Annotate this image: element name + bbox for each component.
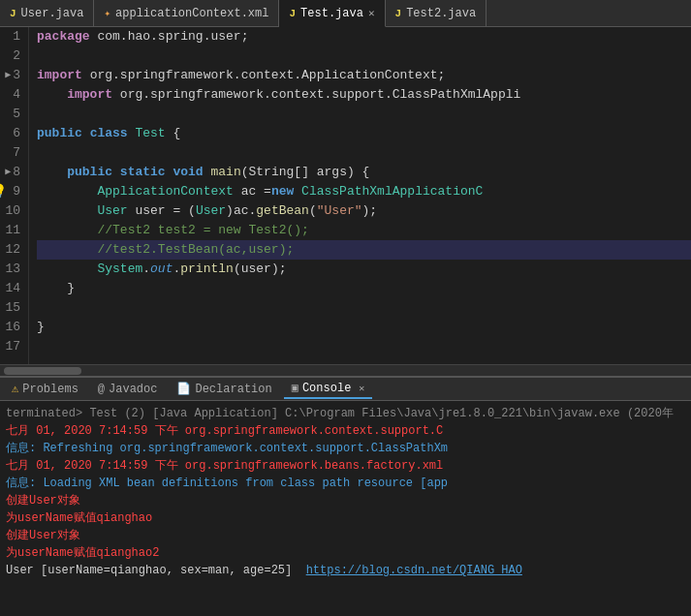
console-close-icon[interactable]: ✕ — [359, 383, 364, 394]
bottom-tabs: ⚠ Problems @ Javadoc 📄 Declaration ▣ Con… — [0, 378, 691, 401]
code-line-14: } — [37, 279, 691, 298]
code-line-5 — [37, 105, 691, 124]
problems-label: Problems — [22, 383, 79, 396]
console-line-7: 创建User对象 — [6, 527, 685, 544]
console-line-9: User [userName=qianghao, sex=man, age=25… — [6, 562, 685, 579]
code-editor: 1 2 ▶3 4 5 6 7 ▶8 💡 9 10 11 12 13 14 15 … — [0, 27, 691, 376]
console-text-3: 七月 01, 2020 7:14:59 下午 org.springframewo… — [6, 459, 443, 473]
tab-test2-java[interactable]: J Test2.java — [386, 0, 487, 26]
console-text-7: 创建User对象 — [6, 529, 80, 542]
line-num-8: ▶8 — [4, 163, 20, 182]
tab-test-java[interactable]: J Test.java ✕ — [279, 0, 385, 27]
h-scrollbar-thumb[interactable] — [4, 367, 81, 375]
line-num-12: 12 — [4, 240, 20, 260]
code-line-4: import org.springframework.context.suppo… — [37, 85, 691, 105]
code-line-7 — [37, 143, 691, 163]
h-scrollbar[interactable] — [0, 364, 691, 376]
code-line-17 — [37, 337, 691, 356]
console-text-2: 信息: Refreshing org.springframework.conte… — [6, 442, 448, 455]
console-line-2: 信息: Refreshing org.springframework.conte… — [6, 440, 685, 457]
console-terminated-line: terminated> Test (2) [Java Application] … — [6, 405, 685, 422]
console-text-9: User [userName=qianghao, sex=man, age=25… — [6, 564, 292, 577]
console-line-6: 为userName赋值qianghao — [6, 509, 685, 527]
line-num-6: 6 — [4, 124, 20, 143]
tab-bar: J User.java ✦ applicationContext.xml J T… — [0, 0, 691, 27]
java-icon-test2: J — [395, 8, 402, 19]
tab-declaration[interactable]: 📄 Declaration — [169, 380, 279, 398]
line-num-17: 17 — [4, 337, 20, 356]
line-num-14: 14 — [4, 279, 20, 298]
line-num-1: 1 — [4, 27, 20, 46]
tab-label-appctx: applicationContext.xml — [115, 7, 268, 20]
java-icon-test: J — [289, 8, 296, 19]
line-num-5: 5 — [4, 105, 20, 124]
line-numbers: 1 2 ▶3 4 5 6 7 ▶8 💡 9 10 11 12 13 14 15 … — [0, 27, 29, 364]
line-num-2: 2 — [4, 46, 20, 66]
xml-icon: ✦ — [104, 7, 110, 19]
app-container: J User.java ✦ applicationContext.xml J T… — [0, 0, 691, 616]
tab-user-java[interactable]: J User.java — [0, 0, 94, 26]
code-line-6: public class Test { — [37, 124, 691, 143]
console-text-5: 创建User对象 — [6, 494, 80, 508]
code-content[interactable]: package com.hao.spring.user; import org.… — [29, 27, 691, 364]
code-line-8: public static void main(String[] args) { — [37, 163, 691, 182]
code-line-1: package com.hao.spring.user; — [37, 27, 691, 46]
line-num-16: 16 — [4, 318, 20, 337]
problems-icon: ⚠ — [12, 382, 18, 396]
bottom-panel: ⚠ Problems @ Javadoc 📄 Declaration ▣ Con… — [0, 376, 691, 616]
declaration-icon: 📄 — [176, 382, 191, 396]
console-text-1: 七月 01, 2020 7:14:59 下午 org.springframewo… — [6, 424, 443, 438]
console-line-1: 七月 01, 2020 7:14:59 下午 org.springframewo… — [6, 422, 685, 440]
code-line-3: import org.springframework.context.Appli… — [37, 66, 691, 85]
console-icon: ▣ — [292, 381, 298, 395]
console-link[interactable]: https://blog.csdn.net/QIANG_HAO — [306, 564, 522, 577]
console-area: terminated> Test (2) [Java Application] … — [0, 401, 691, 616]
terminated-text: terminated> Test (2) [Java Application] … — [6, 407, 674, 420]
javadoc-label: Javadoc — [109, 383, 157, 396]
code-line-9: ApplicationContext ac = new ClassPathXml… — [37, 182, 691, 201]
line-num-10: 10 — [4, 201, 20, 221]
tab-console[interactable]: ▣ Console ✕ — [284, 379, 373, 399]
console-label: Console — [302, 382, 351, 395]
console-text-4: 信息: Loading XML bean definitions from cl… — [6, 477, 448, 490]
tab-close-test-java[interactable]: ✕ — [368, 7, 375, 19]
console-line-8: 为userName赋值qianghao2 — [6, 544, 685, 562]
line-num-3: ▶3 — [4, 66, 20, 85]
javadoc-icon: @ — [98, 383, 105, 396]
console-text-6: 为userName赋值qianghao — [6, 511, 152, 525]
line-num-7: 7 — [4, 143, 20, 163]
line-num-4: 4 — [4, 85, 20, 105]
tab-label-test2-java: Test2.java — [406, 7, 476, 20]
code-line-2 — [37, 46, 691, 66]
code-line-15 — [37, 298, 691, 318]
code-line-13: System.out.println(user); — [37, 260, 691, 279]
code-line-16: } — [37, 318, 691, 337]
code-area: 1 2 ▶3 4 5 6 7 ▶8 💡 9 10 11 12 13 14 15 … — [0, 27, 691, 364]
tab-label-test-java: Test.java — [300, 7, 363, 20]
console-line-5: 创建User对象 — [6, 492, 685, 509]
declaration-label: Declaration — [195, 383, 271, 396]
line-num-9: 💡 9 — [4, 182, 20, 201]
line-num-13: 13 — [4, 260, 20, 279]
code-line-10: User user = (User)ac.getBean("User"); — [37, 201, 691, 221]
tab-javadoc[interactable]: @ Javadoc — [90, 381, 166, 398]
code-line-11: //Test2 test2 = new Test2(); — [37, 221, 691, 240]
tab-label-user-java: User.java — [21, 7, 84, 20]
java-icon-user: J — [10, 8, 16, 19]
line-num-15: 15 — [4, 298, 20, 318]
tab-appctx-xml[interactable]: ✦ applicationContext.xml — [94, 0, 279, 26]
tab-problems[interactable]: ⚠ Problems — [4, 380, 86, 398]
line-num-11: 11 — [4, 221, 20, 240]
code-line-12: //test2.TestBean(ac,user); — [37, 240, 691, 260]
console-text-8: 为userName赋值qianghao2 — [6, 546, 159, 560]
console-line-3: 七月 01, 2020 7:14:59 下午 org.springframewo… — [6, 457, 685, 475]
console-line-4: 信息: Loading XML bean definitions from cl… — [6, 475, 685, 492]
